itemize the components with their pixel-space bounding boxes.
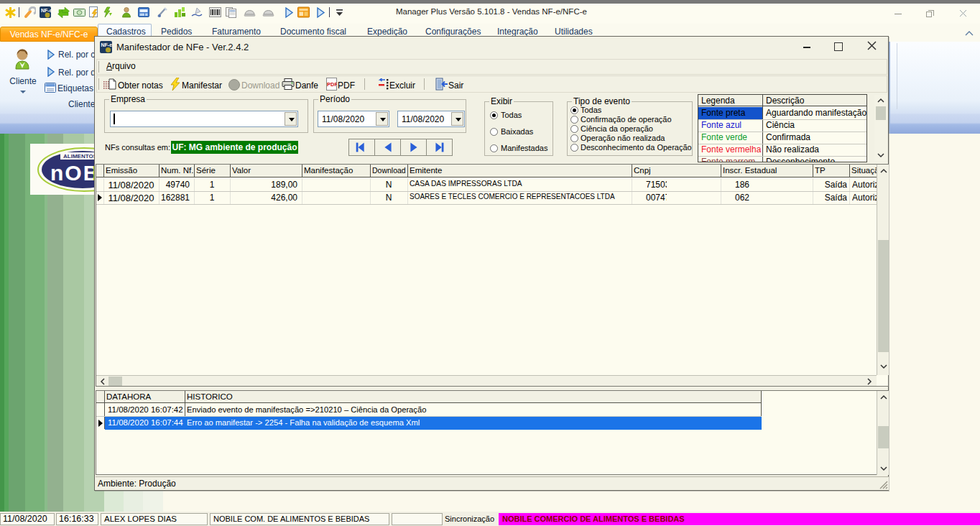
svg-text:PDF: PDF	[327, 81, 337, 88]
svg-text:NF-e: NF-e	[101, 42, 113, 47]
svg-text:NF-e: NF-e	[41, 8, 52, 13]
